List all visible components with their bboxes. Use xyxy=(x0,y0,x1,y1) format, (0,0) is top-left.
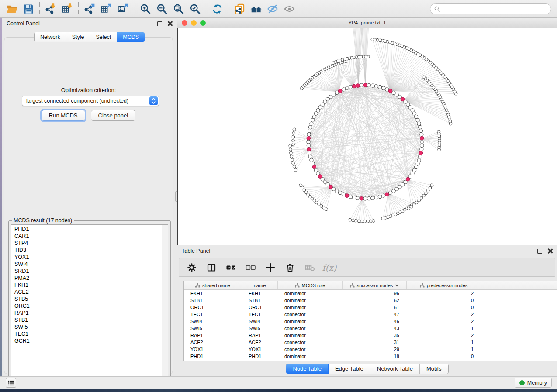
first-neighbors-icon[interactable] xyxy=(248,1,264,16)
delete-column-icon[interactable] xyxy=(284,261,297,274)
cell-MCDS-role[interactable]: connector xyxy=(278,325,343,332)
column-header-predecessor-nodes[interactable]: predecessor nodes xyxy=(407,281,481,289)
close-panel-button[interactable]: Close panel xyxy=(91,110,136,121)
tab-mcds[interactable]: MCDS xyxy=(117,32,145,42)
zoom-out-icon[interactable] xyxy=(153,1,170,16)
save-session-icon[interactable] xyxy=(20,1,37,16)
cell-predecessor-nodes[interactable]: 1 xyxy=(407,325,481,332)
duplicate-network-icon[interactable] xyxy=(231,1,248,16)
table-settings-gear-icon[interactable] xyxy=(185,261,198,274)
cell-successor-nodes[interactable]: 29 xyxy=(343,346,407,353)
task-history-button[interactable] xyxy=(6,378,16,388)
cell-successor-nodes[interactable]: 62 xyxy=(343,297,407,304)
zoom-fit-icon[interactable] xyxy=(170,1,187,16)
cell-shared-name[interactable]: PHD1 xyxy=(184,353,242,360)
mcds-result-item[interactable]: SWI4 xyxy=(14,261,161,268)
cell-predecessor-nodes[interactable]: 1 xyxy=(407,339,481,346)
mcds-result-item[interactable]: FKH1 xyxy=(14,282,161,289)
cell-MCDS-role[interactable]: dominator xyxy=(278,290,343,297)
zoom-in-icon[interactable] xyxy=(137,1,153,16)
cell-successor-nodes[interactable]: 18 xyxy=(343,353,407,360)
cell-shared-name[interactable]: STB1 xyxy=(184,297,242,304)
cell-shared-name[interactable]: ACE2 xyxy=(184,339,242,346)
cell-name[interactable]: TEC1 xyxy=(242,311,278,318)
cell-predecessor-nodes[interactable]: 0 xyxy=(407,353,481,360)
cell-name[interactable]: RAP1 xyxy=(242,332,278,339)
mcds-result-item[interactable]: PMA2 xyxy=(14,275,161,282)
hide-selected-icon[interactable] xyxy=(264,1,281,16)
table-row[interactable]: STB1STB1dominator620 xyxy=(184,297,557,304)
mcds-result-item[interactable]: STB5 xyxy=(14,296,161,303)
cell-MCDS-role[interactable]: dominator xyxy=(278,297,343,304)
cell-MCDS-role[interactable]: dominator xyxy=(278,304,343,311)
export-network-icon[interactable] xyxy=(81,1,98,16)
table-row[interactable]: FKH1FKH1dominator962 xyxy=(184,290,557,297)
import-table-icon[interactable] xyxy=(59,1,76,16)
network-canvas[interactable] xyxy=(177,28,557,245)
search-box[interactable] xyxy=(430,3,551,14)
zoom-selected-icon[interactable] xyxy=(187,1,203,16)
tab-select[interactable]: Select xyxy=(90,32,118,42)
memory-button[interactable]: Memory xyxy=(515,378,552,388)
tab-edge-table[interactable]: Edge Table xyxy=(329,364,370,374)
cell-shared-name[interactable]: YOX1 xyxy=(184,346,242,353)
close-table-panel-icon[interactable] xyxy=(547,248,553,254)
float-table-panel-icon[interactable] xyxy=(537,249,542,254)
mcds-result-item[interactable]: STP4 xyxy=(14,240,161,247)
import-network-icon[interactable] xyxy=(42,1,59,16)
tab-style[interactable]: Style xyxy=(66,32,90,42)
table-row[interactable]: SWI4SWI4dominator462 xyxy=(184,318,557,325)
cell-successor-nodes[interactable]: 96 xyxy=(343,290,407,297)
mcds-result-item[interactable]: ORC1 xyxy=(14,303,161,309)
cell-predecessor-nodes[interactable]: 0 xyxy=(407,297,481,304)
traffic-light-minimize[interactable] xyxy=(191,20,197,26)
cell-name[interactable]: STB1 xyxy=(242,297,278,304)
mcds-result-item[interactable]: GCR1 xyxy=(14,337,161,344)
cell-name[interactable]: YOX1 xyxy=(242,346,278,353)
table-row[interactable]: RAP1RAP1dominator352 xyxy=(184,332,557,339)
table-row[interactable]: ORC1ORC1dominator610 xyxy=(184,304,557,311)
network-window-titlebar[interactable]: YPA_prune.txt_1 xyxy=(177,18,557,28)
run-mcds-button[interactable]: Run MCDS xyxy=(42,110,85,121)
unselect-all-columns-icon[interactable] xyxy=(244,261,257,274)
mcds-result-item[interactable]: STB1 xyxy=(14,316,161,323)
close-panel-icon[interactable] xyxy=(167,21,173,26)
cell-name[interactable]: SWI4 xyxy=(242,318,278,325)
cell-MCDS-role[interactable]: connector xyxy=(278,346,343,353)
table-row[interactable]: YOX1YOX1connector291 xyxy=(184,346,557,353)
search-input[interactable] xyxy=(440,5,551,14)
table-row[interactable]: PHD1PHD1dominator180 xyxy=(184,353,557,360)
mcds-result-item[interactable]: TEC1 xyxy=(14,330,161,337)
cell-successor-nodes[interactable]: 31 xyxy=(343,339,407,346)
show-all-icon[interactable] xyxy=(281,1,298,16)
cell-predecessor-nodes[interactable]: 2 xyxy=(407,290,481,297)
cell-predecessor-nodes[interactable]: 2 xyxy=(407,311,481,318)
mcds-result-item[interactable]: PHD1 xyxy=(14,226,161,233)
mcds-result-item[interactable]: SRD1 xyxy=(14,268,161,275)
node-table[interactable]: shared namenameMCDS rolesuccessor nodesp… xyxy=(183,281,557,361)
column-header-name[interactable]: name xyxy=(242,281,278,289)
cell-MCDS-role[interactable]: connector xyxy=(278,339,343,346)
tab-node-table[interactable]: Node Table xyxy=(286,364,329,374)
traffic-light-close[interactable] xyxy=(182,20,187,26)
cell-successor-nodes[interactable]: 43 xyxy=(343,325,407,332)
cell-shared-name[interactable]: TEC1 xyxy=(184,311,242,318)
cell-MCDS-role[interactable]: dominator xyxy=(278,353,343,360)
mcds-result-item[interactable]: YOX1 xyxy=(14,254,161,261)
table-row[interactable]: SWI5SWI5connector431 xyxy=(184,325,557,332)
cell-successor-nodes[interactable]: 35 xyxy=(343,332,407,339)
cell-name[interactable]: ACE2 xyxy=(242,339,278,346)
mcds-result-item[interactable]: ACE2 xyxy=(14,289,161,296)
column-header-MCDS-role[interactable]: MCDS role xyxy=(278,281,343,289)
export-image-icon[interactable] xyxy=(114,1,131,16)
cell-predecessor-nodes[interactable]: 2 xyxy=(407,318,481,325)
cell-MCDS-role[interactable]: dominator xyxy=(278,318,343,325)
refresh-icon[interactable] xyxy=(209,1,225,16)
cell-predecessor-nodes[interactable]: 1 xyxy=(407,346,481,353)
add-column-icon[interactable] xyxy=(264,261,277,274)
open-file-icon[interactable] xyxy=(3,1,20,16)
cell-MCDS-role[interactable]: dominator xyxy=(278,332,343,339)
table-row[interactable]: TEC1TEC1connector472 xyxy=(184,311,557,318)
show-column-icon[interactable] xyxy=(205,261,218,274)
cell-shared-name[interactable]: SWI5 xyxy=(184,325,242,332)
